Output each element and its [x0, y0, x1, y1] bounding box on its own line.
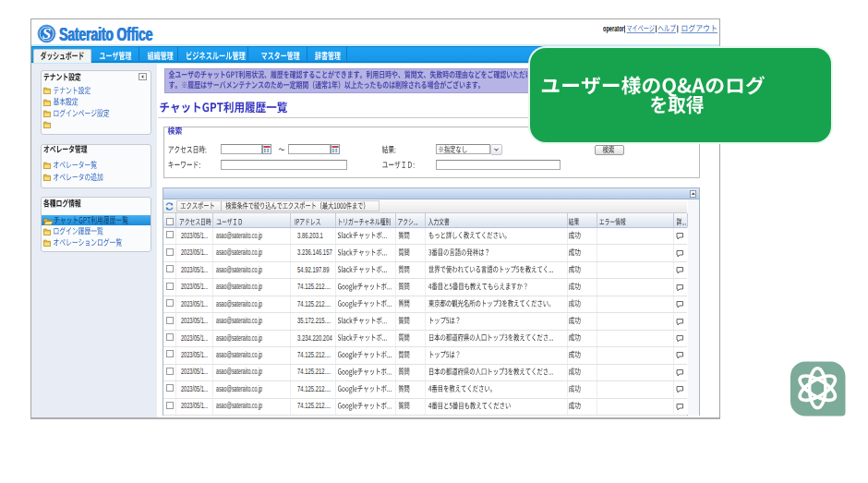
svg-text:S: S	[42, 25, 50, 42]
